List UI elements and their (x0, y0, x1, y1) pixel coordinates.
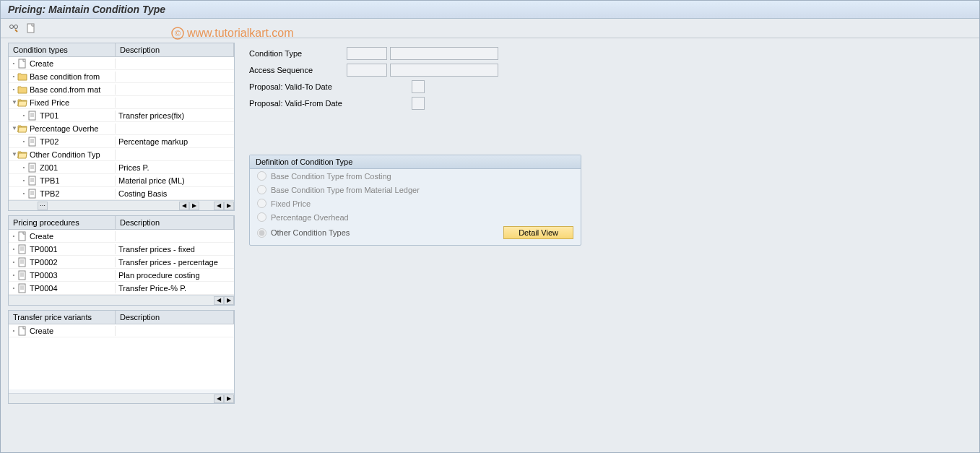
tree-desc: Plan procedure costing (116, 271, 234, 280)
tree-label: Base condition from (30, 72, 100, 81)
page-icon (17, 244, 27, 254)
radio-base-costing (257, 171, 266, 181)
column-header[interactable]: Pricing procedures (9, 216, 116, 229)
column-header[interactable]: Description (116, 311, 234, 324)
tree-label: Create (30, 232, 53, 241)
folder-open-icon (17, 98, 27, 108)
folder-icon (17, 72, 27, 82)
radio-base-ml (257, 185, 266, 194)
create-button[interactable] (25, 22, 38, 35)
expand-icon[interactable]: ▼ (12, 151, 16, 158)
tree-row[interactable]: •Base condition from (9, 70, 234, 83)
definition-groupbox: Definition of Condition Type Base Condit… (249, 155, 581, 246)
column-header[interactable]: Condition types (9, 43, 116, 56)
tree-label: TP0001 (30, 245, 58, 254)
expand-icon[interactable]: ▼ (12, 125, 16, 131)
page-icon (27, 111, 38, 121)
doc-icon (17, 59, 27, 69)
tree-desc: Material price (ML) (116, 176, 234, 185)
page-icon (27, 137, 38, 147)
tree-label: Percentage Overhe (30, 124, 98, 133)
page-icon (17, 257, 27, 267)
tree-row[interactable]: •TP0003Plan procedure costing (9, 269, 234, 282)
access-sequence-desc-input[interactable] (390, 64, 498, 77)
tree-desc: Transfer prices - percentage (116, 258, 234, 267)
radio-other-condition-types (257, 228, 266, 238)
doc-icon (17, 326, 27, 336)
page-title: Pricing: Maintain Condition Type (1, 1, 979, 19)
condition-type-desc-input[interactable] (390, 47, 498, 60)
tree-desc: Transfer Price-% P. (116, 284, 234, 293)
valid-to-input[interactable] (412, 80, 425, 93)
valid-to-label: Proposal: Valid-To Date (249, 82, 412, 91)
tree-label: Other Condition Typ (30, 150, 100, 159)
tree-desc: Percentage markup (116, 137, 234, 146)
tree-label: TP01 (40, 111, 58, 120)
tree-label: TPB2 (40, 189, 60, 198)
tree-desc: Transfer prices - fixed (116, 245, 234, 254)
tree-label: TP0004 (30, 284, 58, 293)
tree-row[interactable]: •TP0001Transfer prices - fixed (9, 243, 234, 256)
tree-row[interactable]: •TP01Transfer prices(fix) (9, 109, 234, 122)
tree-label: Create (30, 59, 53, 68)
detail-view-button[interactable]: Detail View (503, 226, 573, 239)
page-icon (17, 270, 27, 280)
tree-label: Z001 (40, 163, 58, 172)
column-header[interactable]: Description (116, 43, 234, 56)
tree-label: TP02 (40, 137, 58, 146)
scrollbar[interactable]: ◀▶ (9, 393, 234, 403)
column-header[interactable]: Description (116, 216, 234, 229)
scrollbar[interactable]: ⋯ ◀▶ ◀▶ (9, 200, 234, 210)
pricing-procedures-panel: Pricing procedures Description •Create•T… (8, 215, 235, 306)
folder-open-icon (17, 124, 27, 134)
tree-label: Create (30, 327, 53, 335)
tree-row[interactable]: ▼Percentage Overhe (9, 122, 234, 135)
radio-label: Fixed Price (271, 199, 311, 208)
access-sequence-label: Access Sequence (249, 66, 347, 74)
condition-type-code-input[interactable] (347, 47, 387, 60)
radio-label: Base Condition Type from Material Ledger (271, 186, 420, 194)
tree-row[interactable]: •Z001Prices P. (9, 161, 234, 174)
scrollbar[interactable]: ◀▶ (9, 295, 234, 305)
tree-row[interactable]: •Create (9, 324, 234, 337)
tree-row[interactable]: •Create (9, 230, 234, 243)
transfer-price-variants-panel: Transfer price variants Description •Cre… (8, 310, 235, 404)
tree-label: TPB1 (40, 176, 60, 185)
tree-label: Base cond.from mat (30, 85, 100, 94)
tree-desc: Costing Basis (116, 189, 234, 198)
tree-desc: Prices P. (116, 163, 234, 172)
tree-label: TP0002 (30, 258, 58, 267)
doc-icon (17, 231, 27, 241)
svg-point-5 (9, 25, 13, 29)
page-icon (27, 189, 38, 199)
column-header[interactable]: Transfer price variants (9, 311, 116, 324)
tree-row[interactable]: •TPB1Material price (ML) (9, 174, 234, 187)
tree-row[interactable]: •TPB2Costing Basis (9, 187, 234, 200)
condition-types-panel: Condition types Description •Create•Base… (8, 43, 235, 211)
radio-fixed-price (257, 199, 266, 208)
tree-row[interactable]: ▼Fixed Price (9, 96, 234, 109)
tree-row[interactable]: •Create (9, 57, 234, 70)
tree-row[interactable]: ▼Other Condition Typ (9, 148, 234, 161)
tree-row[interactable]: •TP02Percentage markup (9, 135, 234, 148)
page-icon (27, 163, 38, 173)
access-sequence-code-input[interactable] (347, 64, 387, 77)
radio-percentage-overhead (257, 212, 266, 222)
tree-row[interactable]: •Base cond.from mat (9, 83, 234, 96)
radio-label: Percentage Overhead (271, 213, 349, 222)
condition-type-label: Condition Type (249, 49, 347, 58)
tree-label: TP0003 (30, 271, 58, 280)
svg-point-6 (14, 25, 17, 29)
radio-label: Other Condition Types (271, 228, 350, 237)
expand-icon[interactable]: ▼ (12, 99, 16, 105)
tree-desc: Transfer prices(fix) (116, 111, 234, 120)
page-icon (17, 283, 27, 293)
groupbox-title: Definition of Condition Type (250, 155, 581, 169)
valid-from-input[interactable] (412, 97, 425, 110)
tree-row[interactable]: •TP0004Transfer Price-% P. (9, 282, 234, 295)
radio-label: Base Condition Type from Costing (271, 172, 391, 181)
tree-label: Fixed Price (30, 98, 69, 107)
tree-row[interactable]: •TP0002Transfer prices - percentage (9, 256, 234, 269)
toolbar (1, 19, 979, 38)
display-change-button[interactable] (8, 22, 21, 35)
